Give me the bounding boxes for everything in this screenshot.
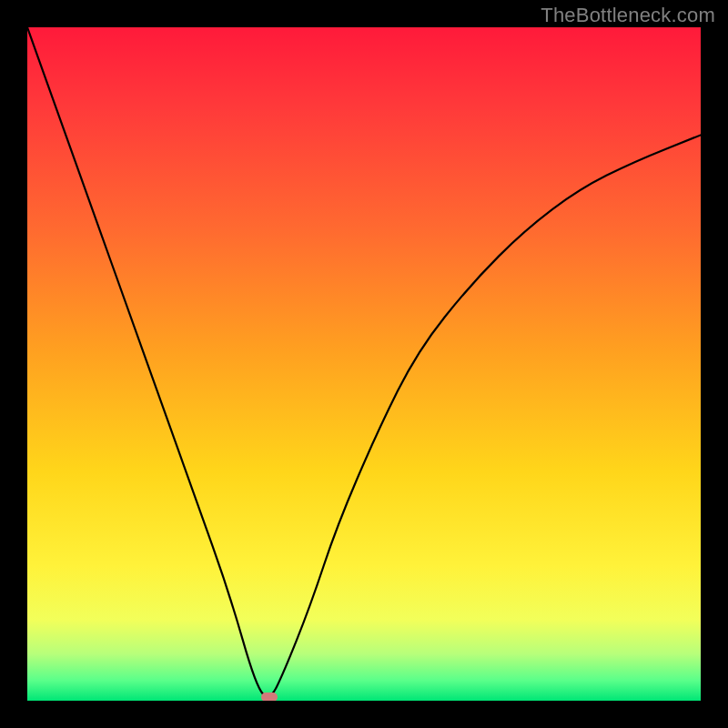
- bottleneck-gradient-background: [27, 27, 701, 701]
- plot-area: [27, 27, 701, 701]
- watermark-text: TheBottleneck.com: [541, 4, 715, 27]
- chart-frame: TheBottleneck.com: [0, 0, 728, 728]
- minimum-marker: [261, 693, 278, 701]
